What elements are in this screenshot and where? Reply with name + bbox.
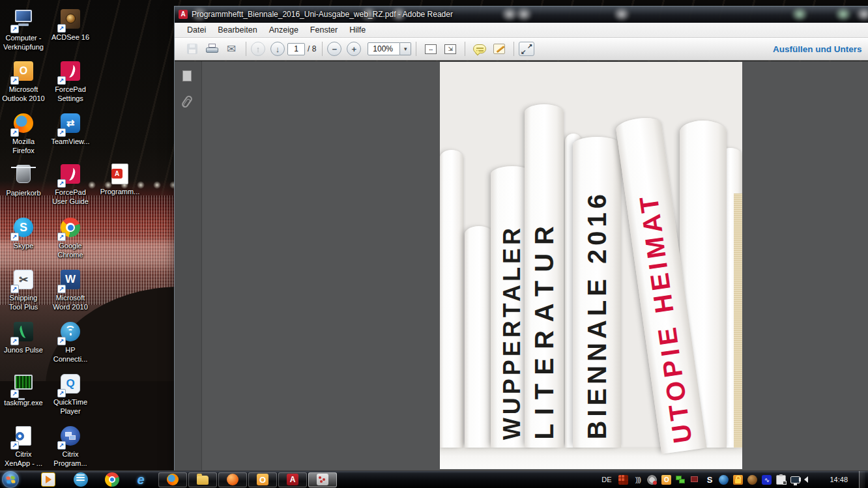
- desktop-icon-firefox[interactable]: ↗ Mozilla Firefox: [0, 112, 47, 156]
- previous-page-button[interactable]: ↑: [251, 42, 265, 56]
- desktop-icon-skype[interactable]: S↗ Skype: [0, 216, 47, 251]
- taskbar-internet-explorer-button[interactable]: e: [134, 472, 148, 487]
- desktop-icon-quicktime[interactable]: Q↗ QuickTime Player: [47, 373, 94, 416]
- desktop-icon-forcepad-guide[interactable]: ↗ ForcePad User Guide: [47, 163, 94, 207]
- tray-gear-icon[interactable]: [647, 475, 657, 485]
- desktop-icon-forcepad-settings[interactable]: ↗ ForcePad Settings: [47, 60, 94, 104]
- pdf-file-icon: A: [109, 164, 131, 186]
- desktop-icon-hp-connection[interactable]: ↗ HP Connecti...: [47, 321, 94, 364]
- zoom-in-button[interactable]: +: [347, 42, 361, 56]
- book-spine-blank: [440, 150, 463, 448]
- taskbar-explorer-button[interactable]: [188, 472, 217, 487]
- fit-page-button[interactable]: ⇲: [442, 40, 459, 57]
- volume-icon[interactable]: [805, 475, 815, 485]
- taskbar-media-player-button[interactable]: [41, 472, 55, 487]
- clock[interactable]: 14:48: [819, 476, 854, 483]
- taskbar-orange-app-button[interactable]: [218, 472, 247, 487]
- menubar: Datei Bearbeiten Anzeige Fenster Hilfe: [175, 23, 868, 38]
- book-spine-biennale: BIENNALE 2016: [573, 137, 621, 448]
- tray-skype-icon[interactable]: S: [704, 475, 714, 485]
- print-button[interactable]: [203, 40, 220, 57]
- desktop-icon-teamviewer[interactable]: ⇄↗ TeamView...: [47, 112, 94, 147]
- fit-width-button[interactable]: ↔: [422, 40, 439, 57]
- tray-dual-monitor-icon[interactable]: [676, 475, 686, 485]
- book-spine-blank: [465, 226, 493, 448]
- firefox-icon: [167, 474, 179, 485]
- taskbar-hp-connection-button[interactable]: [74, 472, 88, 487]
- desktop-icon-label: taskmgr.exe: [0, 399, 47, 408]
- desktop-icon-word[interactable]: W↗ Microsoft Word 2010: [47, 268, 94, 312]
- taskbar-adobe-reader-button[interactable]: A: [278, 472, 307, 487]
- menu-anzeige[interactable]: Anzeige: [263, 24, 304, 36]
- fullscreen-button[interactable]: ↗↙: [519, 42, 534, 56]
- camera-icon: ↗: [59, 9, 81, 31]
- desktop-icon-snipping-tool[interactable]: ✂↗ Snipping Tool Plus: [0, 268, 47, 312]
- capture-tool-icon: [317, 474, 328, 485]
- tray-clipboard-power-icon[interactable]: [776, 475, 786, 485]
- attachments-paperclip-icon[interactable]: [181, 94, 194, 109]
- forcepad-icon: ↗: [59, 61, 81, 83]
- tray-globe-icon[interactable]: [719, 475, 729, 485]
- outlook-icon: O↗: [12, 61, 35, 83]
- shortcut-arrow-icon: ↗: [57, 285, 66, 293]
- menu-hilfe[interactable]: Hilfe: [343, 24, 371, 36]
- desktop-icon-junos[interactable]: ↗ Junos Pulse: [0, 321, 47, 355]
- taskbar-outlook-button[interactable]: O: [248, 472, 277, 487]
- word-icon: W↗: [59, 270, 81, 292]
- comment-bubble-icon: [473, 44, 486, 53]
- desktop-icon-acdsee[interactable]: ↗ ACDSee 16: [47, 8, 94, 42]
- desktop-icon-chrome[interactable]: ↗ Google Chrome: [47, 216, 94, 260]
- desktop-icon-programm-pdf[interactable]: A Programm...: [96, 163, 143, 197]
- desktop-icon-citrix-xenapp[interactable]: ↗ Citrix XenApp - ...: [0, 425, 47, 468]
- play-icon: [46, 476, 55, 483]
- taskbar-active-app-button[interactable]: [308, 472, 337, 487]
- arrow-down-icon: ↓: [276, 44, 280, 54]
- tray-outlook-icon[interactable]: O: [661, 475, 671, 485]
- desktop-icon-label: Snipping Tool Plus: [0, 294, 47, 312]
- save-icon: [187, 44, 197, 54]
- taskbar-firefox-button[interactable]: [158, 472, 187, 487]
- tray-monitor-error-icon[interactable]: [690, 475, 700, 485]
- desktop-icon-papierkorb[interactable]: Papierkorb: [0, 163, 47, 198]
- zoom-dropdown-button[interactable]: ▾: [400, 42, 411, 55]
- desktop-icon-label: QuickTime Player: [47, 398, 94, 416]
- shortcut-arrow-icon: ↗: [57, 128, 66, 137]
- firefox-icon: ↗: [12, 113, 35, 136]
- desktop-icon-computer[interactable]: ↗ Computer - Verknüpfung: [0, 8, 47, 52]
- tray-sphere-icon[interactable]: [747, 475, 757, 485]
- tray-signal-icon[interactable]: ))): [633, 475, 643, 485]
- window-titlebar[interactable]: A Programmheftt_Biennale_2016_Uni-Ausgab…: [175, 7, 868, 23]
- menu-fenster[interactable]: Fenster: [304, 24, 343, 36]
- tray-media-grid-icon[interactable]: [618, 475, 628, 485]
- taskbar-chrome-button[interactable]: [105, 472, 119, 487]
- desktop-icon-outlook[interactable]: O↗ Microsoft Outlook 2010: [0, 60, 47, 104]
- desktop-icon-taskmgr[interactable]: ↗ taskmgr.exe: [0, 373, 47, 408]
- shortcut-arrow-icon: ↗: [57, 441, 66, 450]
- fill-and-sign-button[interactable]: Ausfüllen und Unters: [773, 38, 862, 61]
- email-button[interactable]: ✉: [223, 40, 240, 57]
- sign-button[interactable]: [491, 40, 508, 57]
- start-button[interactable]: [2, 471, 19, 488]
- chrome-icon: ↗: [59, 218, 81, 240]
- zoom-out-button[interactable]: −: [327, 42, 341, 56]
- page-thumbnails-icon[interactable]: [182, 70, 192, 81]
- desktop-icon-label: Mozilla Firefox: [0, 137, 47, 156]
- desktop-icon-citrix-programs[interactable]: ↗ Citrix Program...: [47, 425, 94, 468]
- tray-lock-icon[interactable]: [733, 475, 743, 485]
- tray-pulse-icon[interactable]: ∿: [762, 475, 772, 485]
- pdf-page[interactable]: WUPPERTALER LITERATUR BIENNALE 2016 UTOP…: [440, 62, 742, 469]
- menu-bearbeiten[interactable]: Bearbeiten: [212, 24, 263, 36]
- folder-icon: [197, 476, 209, 485]
- menu-datei[interactable]: Datei: [181, 24, 212, 36]
- zoom-level-select[interactable]: 100%: [368, 42, 400, 55]
- save-button[interactable]: [184, 40, 201, 57]
- outlook-icon: O: [257, 474, 268, 485]
- next-page-button[interactable]: ↓: [270, 42, 285, 56]
- language-indicator[interactable]: DE: [599, 476, 614, 483]
- desktop-icon-label: ForcePad User Guide: [47, 188, 94, 207]
- show-desktop-button[interactable]: [859, 471, 865, 488]
- shortcut-arrow-icon: ↗: [10, 337, 19, 345]
- comment-button[interactable]: [471, 40, 488, 57]
- desktop-icon-label: ForcePad Settings: [47, 85, 94, 104]
- page-number-input[interactable]: 1: [287, 43, 305, 55]
